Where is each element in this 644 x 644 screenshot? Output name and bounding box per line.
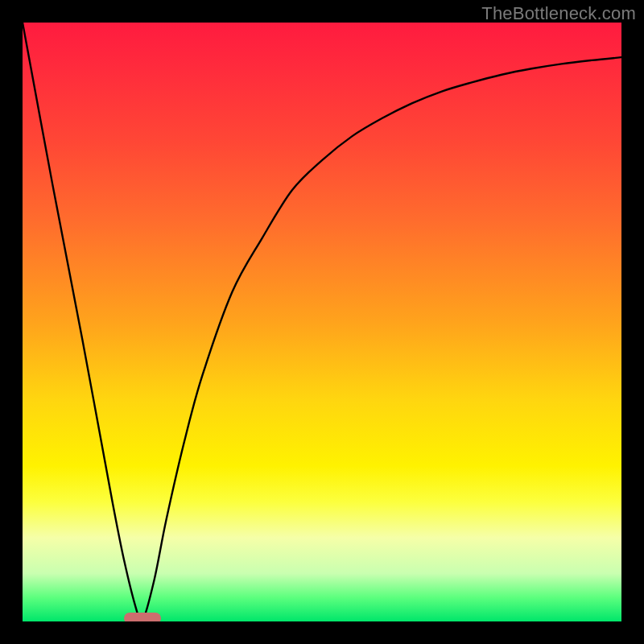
chart-frame: TheBottleneck.com (0, 0, 644, 644)
bottleneck-curve (23, 23, 621, 621)
optimal-point-marker (124, 613, 161, 621)
watermark-text: TheBottleneck.com (481, 3, 636, 24)
plot-area (23, 23, 621, 621)
